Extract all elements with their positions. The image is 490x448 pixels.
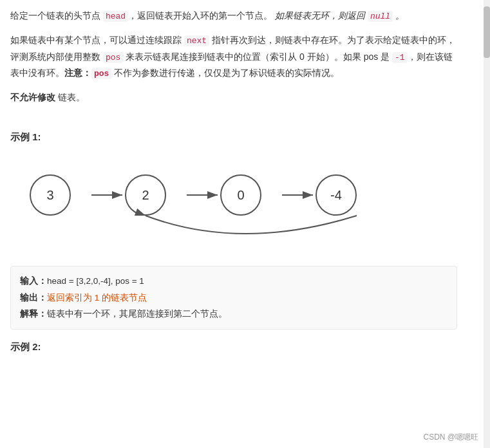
paragraph-3: 不允许修改 链表。 — [10, 89, 457, 106]
next-code: next — [184, 35, 209, 46]
explain-label: 解释： — [20, 309, 47, 319]
example1-input-row: 输入：head = [3,2,0,-4], pos = 1 — [20, 273, 448, 290]
main-content: 给定一个链表的头节点 head，返回链表开始入环的第一个节点。 如果链表无环，则… — [0, 0, 470, 369]
footer-brand: CSDN @嗯嗯旺 — [423, 432, 478, 443]
diagram-arrows — [10, 156, 457, 259]
pos-code: pos — [103, 52, 123, 63]
explain-val: 链表中有一个环，其尾部连接到第二个节点。 — [47, 309, 227, 319]
para1-text1: 给定一个链表的头节点 — [10, 10, 103, 21]
scrollbar-thumb[interactable] — [484, 6, 490, 58]
paragraph-2: 如果链表中有某个节点，可以通过连续跟踪 next 指针再次到达，则链表中存在环。… — [10, 32, 457, 82]
example1-title: 示例 1: — [10, 129, 457, 145]
example1-output-row: 输出：返回索引为 1 的链表节点 — [20, 290, 448, 306]
para2-text5: 不作为参数进行传递，仅仅是为了标识链表的实际情况。 — [111, 68, 339, 78]
input-label: 输入： — [20, 276, 47, 286]
para2-note-bold: 注意： — [64, 68, 91, 78]
para2-text3: 来表示链表尾连接到链表中的位置（索引从 0 开始）。如果 pos 是 — [123, 51, 392, 62]
null-code: null — [368, 11, 393, 22]
minus1-code: -1 — [392, 52, 408, 63]
example1-box: 输入：head = [3,2,0,-4], pos = 1 输出：返回索引为 1… — [10, 266, 457, 330]
pos-code2: pos — [91, 68, 111, 79]
para3-bold: 不允许修改 — [10, 92, 55, 102]
para1-italic: 如果链表无环，则返回 null 。 — [275, 10, 404, 21]
arrow-n4-to-2 — [146, 216, 357, 234]
para3-text: 链表。 — [55, 92, 85, 102]
input-val: head = [3,2,0,-4], pos = 1 — [47, 276, 144, 286]
paragraph-1: 给定一个链表的头节点 head，返回链表开始入环的第一个节点。 如果链表无环，则… — [10, 8, 457, 24]
example1-explain-row: 解释：链表中有一个环，其尾部连接到第二个节点。 — [20, 306, 448, 322]
para1-text2: ，返回链表开始入环的第一个节点。 — [128, 10, 272, 21]
example2-title: 示例 2: — [10, 339, 457, 355]
scrollbar[interactable] — [484, 0, 490, 448]
para2-text1: 如果链表中有某个节点，可以通过连续跟踪 — [10, 35, 184, 45]
linked-list-diagram: 3 2 0 -4 — [10, 156, 457, 259]
output-label: 输出： — [20, 293, 47, 303]
head-code: head — [103, 11, 128, 22]
output-val[interactable]: 返回索引为 1 的链表节点 — [47, 293, 147, 303]
